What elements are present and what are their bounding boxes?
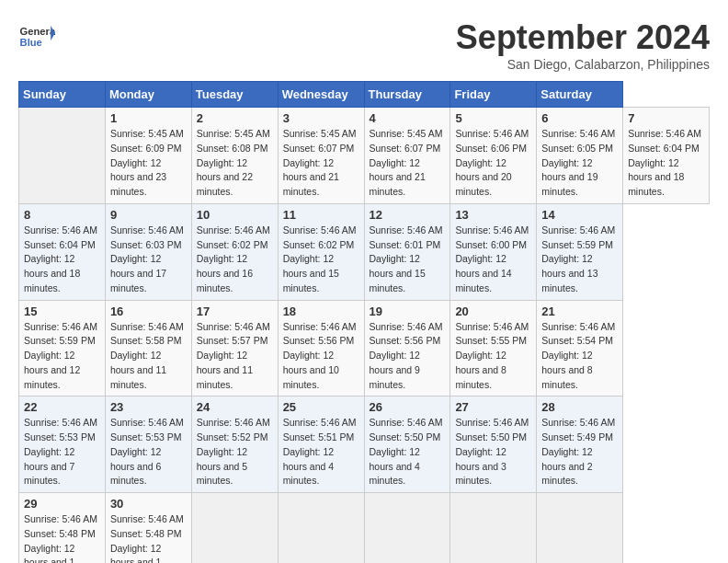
sunrise: Sunrise: 5:46 AM xyxy=(455,321,529,332)
sunrise: Sunrise: 5:46 AM xyxy=(24,321,97,332)
day-number: 1 xyxy=(110,111,187,125)
calendar-cell: 26Sunrise: 5:46 AMSunset: 5:50 PMDayligh… xyxy=(364,396,450,493)
calendar-cell: 15Sunrise: 5:46 AMSunset: 5:59 PMDayligh… xyxy=(19,300,106,396)
month-title: September 2024 xyxy=(456,18,710,57)
header-day-sunday: Sunday xyxy=(19,82,106,108)
day-number: 4 xyxy=(370,111,446,125)
daylight: Daylight: 12 hours and 23 minutes. xyxy=(110,157,166,198)
calendar-cell: 7Sunrise: 5:46 AMSunset: 6:04 PMDaylight… xyxy=(623,108,710,204)
day-info: Sunrise: 5:46 AMSunset: 6:04 PMDaylight:… xyxy=(628,127,704,200)
sunset: Sunset: 5:56 PM xyxy=(370,335,441,346)
sunrise: Sunrise: 5:46 AM xyxy=(455,128,529,139)
day-info: Sunrise: 5:46 AMSunset: 5:51 PMDaylight:… xyxy=(283,416,359,488)
daylight: Daylight: 12 hours and 18 minutes. xyxy=(24,253,80,293)
daylight: Daylight: 12 hours and 22 minutes. xyxy=(197,157,253,198)
daylight: Daylight: 12 hours and 13 minutes. xyxy=(541,253,597,293)
day-info: Sunrise: 5:46 AMSunset: 6:06 PMDaylight:… xyxy=(455,127,531,200)
title-section: September 2024 San Diego, Calabarzon, Ph… xyxy=(456,18,710,72)
day-info: Sunrise: 5:46 AMSunset: 6:05 PMDaylight:… xyxy=(541,127,618,200)
day-number: 28 xyxy=(541,400,618,414)
day-number: 16 xyxy=(110,304,187,318)
header-day-thursday: Thursday xyxy=(364,82,450,108)
day-number: 8 xyxy=(24,208,100,222)
day-info: Sunrise: 5:46 AMSunset: 5:48 PMDaylight:… xyxy=(110,512,187,563)
calendar-body: 1Sunrise: 5:45 AMSunset: 6:09 PMDaylight… xyxy=(19,108,710,564)
day-number: 11 xyxy=(283,208,359,222)
day-info: Sunrise: 5:46 AMSunset: 5:48 PMDaylight:… xyxy=(24,512,100,563)
sunset: Sunset: 5:53 PM xyxy=(110,431,182,442)
day-info: Sunrise: 5:46 AMSunset: 6:02 PMDaylight:… xyxy=(197,224,273,296)
day-info: Sunrise: 5:46 AMSunset: 5:53 PMDaylight:… xyxy=(24,416,100,488)
day-number: 19 xyxy=(370,304,446,318)
sunrise: Sunrise: 5:46 AM xyxy=(110,321,184,332)
calendar-cell: 14Sunrise: 5:46 AMSunset: 5:59 PMDayligh… xyxy=(537,203,623,300)
daylight: Daylight: 12 hours and 12 minutes. xyxy=(24,350,80,390)
daylight: Daylight: 12 hours and 14 minutes. xyxy=(455,253,511,293)
calendar-cell: 21Sunrise: 5:46 AMSunset: 5:54 PMDayligh… xyxy=(537,300,623,396)
calendar-cell: 11Sunrise: 5:46 AMSunset: 6:02 PMDayligh… xyxy=(278,203,364,300)
daylight: Daylight: 12 hours and 11 minutes. xyxy=(197,350,253,390)
sunset: Sunset: 5:55 PM xyxy=(455,335,527,346)
daylight: Daylight: 12 hours and 8 minutes. xyxy=(455,350,506,390)
calendar-cell: 24Sunrise: 5:46 AMSunset: 5:52 PMDayligh… xyxy=(191,396,278,493)
sunset: Sunset: 6:02 PM xyxy=(197,239,268,250)
sunset: Sunset: 5:58 PM xyxy=(110,335,182,346)
header-row: SundayMondayTuesdayWednesdayThursdayFrid… xyxy=(19,82,710,108)
calendar-cell: 16Sunrise: 5:46 AMSunset: 5:58 PMDayligh… xyxy=(105,300,191,396)
daylight: Daylight: 12 hours and 15 minutes. xyxy=(370,253,426,293)
sunrise: Sunrise: 5:46 AM xyxy=(541,224,615,236)
sunrise: Sunrise: 5:46 AM xyxy=(541,128,615,139)
header-day-tuesday: Tuesday xyxy=(191,82,278,108)
daylight: Daylight: 12 hours and 11 minutes. xyxy=(110,350,166,390)
day-number: 27 xyxy=(455,400,531,414)
sunrise: Sunrise: 5:46 AM xyxy=(283,417,357,428)
sunset: Sunset: 5:52 PM xyxy=(197,431,268,442)
daylight: Daylight: 12 hours and 2 minutes. xyxy=(541,446,592,487)
day-info: Sunrise: 5:46 AMSunset: 5:49 PMDaylight:… xyxy=(541,416,618,488)
daylight: Daylight: 12 hours and 15 minutes. xyxy=(283,253,339,293)
sunset: Sunset: 5:59 PM xyxy=(24,335,96,346)
day-info: Sunrise: 5:46 AMSunset: 5:52 PMDaylight:… xyxy=(197,416,273,488)
day-info: Sunrise: 5:45 AMSunset: 6:08 PMDaylight:… xyxy=(197,127,273,200)
daylight: Daylight: 12 hours and 20 minutes. xyxy=(455,157,511,198)
day-number: 12 xyxy=(370,208,446,222)
day-number: 25 xyxy=(283,400,359,414)
calendar-cell: 1Sunrise: 5:45 AMSunset: 6:09 PMDaylight… xyxy=(105,108,191,204)
calendar-cell xyxy=(191,493,278,564)
sunrise: Sunrise: 5:46 AM xyxy=(370,224,443,236)
sunset: Sunset: 6:00 PM xyxy=(455,239,527,250)
calendar-cell: 3Sunrise: 5:45 AMSunset: 6:07 PMDaylight… xyxy=(278,108,364,204)
sunset: Sunset: 6:02 PM xyxy=(283,239,355,250)
svg-text:General: General xyxy=(20,26,55,37)
sunrise: Sunrise: 5:45 AM xyxy=(197,128,270,139)
day-info: Sunrise: 5:46 AMSunset: 5:59 PMDaylight:… xyxy=(24,320,100,393)
day-number: 14 xyxy=(541,208,618,222)
calendar-cell xyxy=(537,493,623,564)
day-number: 5 xyxy=(455,111,531,125)
calendar-cell xyxy=(19,108,106,204)
header-day-monday: Monday xyxy=(105,82,191,108)
header-day-wednesday: Wednesday xyxy=(278,82,364,108)
day-number: 13 xyxy=(455,208,531,222)
sunset: Sunset: 6:04 PM xyxy=(628,143,700,154)
calendar-cell: 6Sunrise: 5:46 AMSunset: 6:05 PMDaylight… xyxy=(537,108,623,204)
logo: General Blue xyxy=(18,18,55,55)
calendar-cell xyxy=(450,493,537,564)
sunset: Sunset: 5:51 PM xyxy=(283,431,355,442)
header: General Blue September 2024 San Diego, C… xyxy=(18,18,710,72)
sunset: Sunset: 5:59 PM xyxy=(541,239,613,250)
day-info: Sunrise: 5:46 AMSunset: 5:50 PMDaylight:… xyxy=(455,416,531,488)
calendar-cell: 10Sunrise: 5:46 AMSunset: 6:02 PMDayligh… xyxy=(191,203,278,300)
sunrise: Sunrise: 5:46 AM xyxy=(197,224,270,236)
day-number: 17 xyxy=(197,304,273,318)
day-number: 23 xyxy=(110,400,187,414)
sunset: Sunset: 5:48 PM xyxy=(110,528,182,539)
day-number: 26 xyxy=(370,400,446,414)
calendar-cell: 25Sunrise: 5:46 AMSunset: 5:51 PMDayligh… xyxy=(278,396,364,493)
sunset: Sunset: 6:04 PM xyxy=(24,239,96,250)
daylight: Daylight: 12 hours and 18 minutes. xyxy=(628,157,684,198)
day-info: Sunrise: 5:46 AMSunset: 5:55 PMDaylight:… xyxy=(455,320,531,393)
sunset: Sunset: 6:08 PM xyxy=(197,143,268,154)
day-info: Sunrise: 5:46 AMSunset: 6:02 PMDaylight:… xyxy=(283,224,359,296)
sunrise: Sunrise: 5:46 AM xyxy=(24,417,97,428)
